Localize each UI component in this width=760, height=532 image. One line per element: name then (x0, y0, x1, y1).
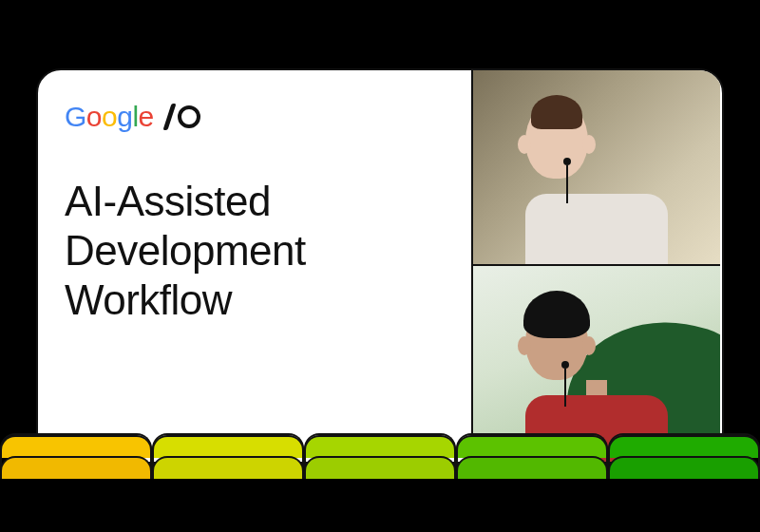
mic-icon (563, 158, 571, 165)
io-slash-icon (162, 104, 176, 130)
color-rail (0, 433, 760, 479)
title-line-3: Workflow (65, 276, 445, 325)
head-icon (525, 101, 588, 179)
google-logo: Google (65, 101, 154, 133)
rail-seg-1 (0, 433, 152, 479)
session-title: AI-Assisted Development Workflow (65, 177, 445, 325)
rail-seg-2 (152, 433, 304, 479)
title-line-2: Development (65, 226, 445, 276)
title-line-1: AI-Assisted (65, 177, 445, 226)
io-logo (167, 104, 200, 130)
rail-seg-5 (608, 433, 760, 479)
rail-seg-4 (456, 433, 608, 479)
io-o-icon (178, 105, 200, 128)
speaker-panel-top (473, 70, 720, 266)
speaker-1 (525, 101, 668, 266)
card-grid: Google AI-Assisted Development Workflow (38, 70, 722, 462)
rail-seg-3 (304, 433, 456, 479)
logo-row: Google (65, 97, 445, 137)
thumbnail-stage: Google AI-Assisted Development Workflow (0, 0, 760, 532)
mic-icon (561, 361, 569, 369)
head-icon (525, 302, 588, 380)
left-panel: Google AI-Assisted Development Workflow (38, 70, 473, 462)
content-card: Google AI-Assisted Development Workflow (36, 68, 724, 464)
